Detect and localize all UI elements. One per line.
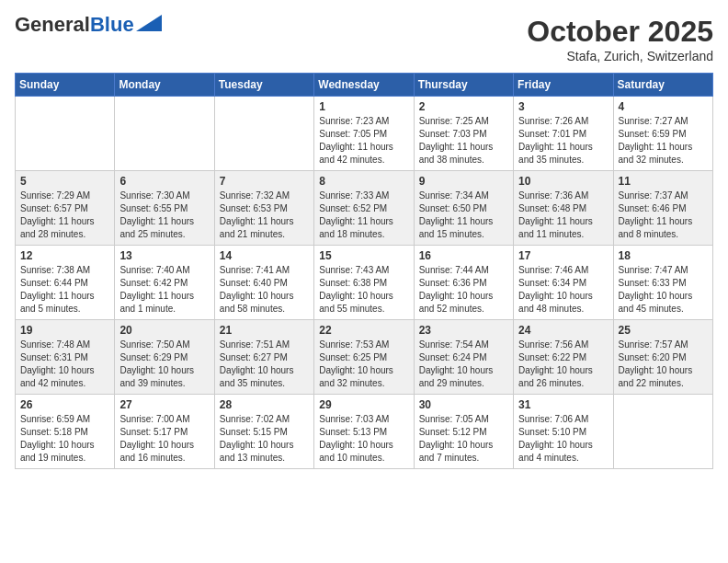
weekday-header-thursday: Thursday xyxy=(414,74,513,97)
day-number: 4 xyxy=(619,100,708,113)
day-info: Sunrise: 7:32 AM Sunset: 6:53 PM Dayligh… xyxy=(220,190,309,241)
day-info: Sunrise: 7:25 AM Sunset: 7:03 PM Dayligh… xyxy=(419,115,508,167)
calendar-cell xyxy=(16,97,115,171)
day-info: Sunrise: 7:37 AM Sunset: 6:46 PM Dayligh… xyxy=(619,190,708,241)
day-info: Sunrise: 7:06 AM Sunset: 5:10 PM Dayligh… xyxy=(518,413,608,465)
calendar-cell: 19Sunrise: 7:48 AM Sunset: 6:31 PM Dayli… xyxy=(16,320,115,395)
day-number: 22 xyxy=(319,324,408,337)
calendar-cell: 12Sunrise: 7:38 AM Sunset: 6:44 PM Dayli… xyxy=(16,246,115,320)
day-number: 18 xyxy=(619,249,708,262)
day-info: Sunrise: 7:47 AM Sunset: 6:33 PM Dayligh… xyxy=(619,264,708,316)
day-number: 10 xyxy=(518,175,608,188)
day-info: Sunrise: 7:41 AM Sunset: 6:40 PM Dayligh… xyxy=(220,264,309,316)
weekday-header-monday: Monday xyxy=(115,74,214,97)
day-number: 27 xyxy=(119,398,209,411)
weekday-header-sunday: Sunday xyxy=(16,74,115,97)
day-number: 6 xyxy=(119,175,209,188)
day-number: 7 xyxy=(220,175,309,188)
logo-icon xyxy=(136,15,162,31)
calendar-cell: 14Sunrise: 7:41 AM Sunset: 6:40 PM Dayli… xyxy=(214,246,313,320)
day-number: 29 xyxy=(319,398,408,411)
day-number: 5 xyxy=(20,175,109,188)
day-info: Sunrise: 7:44 AM Sunset: 6:36 PM Dayligh… xyxy=(419,264,508,316)
day-info: Sunrise: 7:33 AM Sunset: 6:52 PM Dayligh… xyxy=(319,190,408,241)
calendar-cell: 20Sunrise: 7:50 AM Sunset: 6:29 PM Dayli… xyxy=(115,320,214,395)
calendar-cell: 7Sunrise: 7:32 AM Sunset: 6:53 PM Daylig… xyxy=(214,171,313,246)
calendar-cell: 1Sunrise: 7:23 AM Sunset: 7:05 PM Daylig… xyxy=(314,97,414,171)
day-number: 20 xyxy=(119,324,209,337)
calendar-cell xyxy=(613,395,712,469)
day-info: Sunrise: 7:53 AM Sunset: 6:25 PM Dayligh… xyxy=(319,339,408,390)
calendar-cell: 30Sunrise: 7:05 AM Sunset: 5:12 PM Dayli… xyxy=(414,395,513,469)
day-info: Sunrise: 7:34 AM Sunset: 6:50 PM Dayligh… xyxy=(419,190,508,241)
svg-marker-0 xyxy=(136,15,162,31)
calendar-cell: 3Sunrise: 7:26 AM Sunset: 7:01 PM Daylig… xyxy=(514,97,613,171)
day-info: Sunrise: 7:57 AM Sunset: 6:20 PM Dayligh… xyxy=(619,339,708,390)
day-number: 8 xyxy=(319,175,408,188)
calendar-cell: 9Sunrise: 7:34 AM Sunset: 6:50 PM Daylig… xyxy=(414,171,513,246)
day-number: 21 xyxy=(220,324,309,337)
day-number: 24 xyxy=(518,324,608,337)
day-number: 26 xyxy=(20,398,109,411)
calendar-cell: 27Sunrise: 7:00 AM Sunset: 5:17 PM Dayli… xyxy=(115,395,214,469)
day-number: 13 xyxy=(119,249,209,262)
calendar-week-row: 19Sunrise: 7:48 AM Sunset: 6:31 PM Dayli… xyxy=(16,320,713,395)
day-number: 12 xyxy=(20,249,109,262)
day-number: 23 xyxy=(419,324,508,337)
calendar-cell: 31Sunrise: 7:06 AM Sunset: 5:10 PM Dayli… xyxy=(514,395,613,469)
calendar-cell: 8Sunrise: 7:33 AM Sunset: 6:52 PM Daylig… xyxy=(314,171,414,246)
calendar-week-row: 26Sunrise: 6:59 AM Sunset: 5:18 PM Dayli… xyxy=(16,395,713,469)
day-number: 9 xyxy=(419,175,508,188)
day-number: 1 xyxy=(319,100,408,113)
month-title: October 2025 xyxy=(527,15,713,49)
day-info: Sunrise: 7:48 AM Sunset: 6:31 PM Dayligh… xyxy=(20,339,109,390)
calendar-table: SundayMondayTuesdayWednesdayThursdayFrid… xyxy=(15,73,713,469)
logo: GeneralBlue xyxy=(15,15,162,35)
calendar-cell: 2Sunrise: 7:25 AM Sunset: 7:03 PM Daylig… xyxy=(414,97,513,171)
day-number: 19 xyxy=(20,324,109,337)
calendar-cell xyxy=(115,97,214,171)
calendar-week-row: 1Sunrise: 7:23 AM Sunset: 7:05 PM Daylig… xyxy=(16,97,713,171)
day-number: 2 xyxy=(419,100,508,113)
day-info: Sunrise: 7:26 AM Sunset: 7:01 PM Dayligh… xyxy=(518,115,608,167)
calendar-cell: 10Sunrise: 7:36 AM Sunset: 6:48 PM Dayli… xyxy=(514,171,613,246)
day-info: Sunrise: 7:30 AM Sunset: 6:55 PM Dayligh… xyxy=(119,190,209,241)
day-info: Sunrise: 7:27 AM Sunset: 6:59 PM Dayligh… xyxy=(619,115,708,167)
calendar-cell: 29Sunrise: 7:03 AM Sunset: 5:13 PM Dayli… xyxy=(314,395,414,469)
calendar-cell: 23Sunrise: 7:54 AM Sunset: 6:24 PM Dayli… xyxy=(414,320,513,395)
calendar-cell: 21Sunrise: 7:51 AM Sunset: 6:27 PM Dayli… xyxy=(214,320,313,395)
day-info: Sunrise: 7:05 AM Sunset: 5:12 PM Dayligh… xyxy=(419,413,508,465)
day-info: Sunrise: 7:51 AM Sunset: 6:27 PM Dayligh… xyxy=(220,339,309,390)
day-info: Sunrise: 7:00 AM Sunset: 5:17 PM Dayligh… xyxy=(119,413,209,465)
day-info: Sunrise: 7:46 AM Sunset: 6:34 PM Dayligh… xyxy=(518,264,608,316)
weekday-header-friday: Friday xyxy=(514,74,613,97)
day-number: 3 xyxy=(518,100,608,113)
title-block: October 2025 Stafa, Zurich, Switzerland xyxy=(527,15,713,63)
day-info: Sunrise: 7:56 AM Sunset: 6:22 PM Dayligh… xyxy=(518,339,608,390)
day-number: 31 xyxy=(518,398,608,411)
calendar-cell: 11Sunrise: 7:37 AM Sunset: 6:46 PM Dayli… xyxy=(613,171,712,246)
calendar-header-row: SundayMondayTuesdayWednesdayThursdayFrid… xyxy=(16,74,713,97)
calendar-cell: 15Sunrise: 7:43 AM Sunset: 6:38 PM Dayli… xyxy=(314,246,414,320)
day-info: Sunrise: 7:40 AM Sunset: 6:42 PM Dayligh… xyxy=(119,264,209,316)
calendar-week-row: 5Sunrise: 7:29 AM Sunset: 6:57 PM Daylig… xyxy=(16,171,713,246)
calendar-cell: 4Sunrise: 7:27 AM Sunset: 6:59 PM Daylig… xyxy=(613,97,712,171)
day-info: Sunrise: 7:23 AM Sunset: 7:05 PM Dayligh… xyxy=(319,115,408,167)
day-info: Sunrise: 7:02 AM Sunset: 5:15 PM Dayligh… xyxy=(220,413,309,465)
calendar-cell: 22Sunrise: 7:53 AM Sunset: 6:25 PM Dayli… xyxy=(314,320,414,395)
calendar-cell: 13Sunrise: 7:40 AM Sunset: 6:42 PM Dayli… xyxy=(115,246,214,320)
weekday-header-saturday: Saturday xyxy=(613,74,712,97)
calendar-cell: 24Sunrise: 7:56 AM Sunset: 6:22 PM Dayli… xyxy=(514,320,613,395)
day-info: Sunrise: 7:03 AM Sunset: 5:13 PM Dayligh… xyxy=(319,413,408,465)
calendar-cell: 16Sunrise: 7:44 AM Sunset: 6:36 PM Dayli… xyxy=(414,246,513,320)
page-header: GeneralBlue October 2025 Stafa, Zurich, … xyxy=(15,15,713,63)
day-number: 15 xyxy=(319,249,408,262)
calendar-cell: 26Sunrise: 6:59 AM Sunset: 5:18 PM Dayli… xyxy=(16,395,115,469)
day-info: Sunrise: 7:38 AM Sunset: 6:44 PM Dayligh… xyxy=(20,264,109,316)
calendar-cell: 6Sunrise: 7:30 AM Sunset: 6:55 PM Daylig… xyxy=(115,171,214,246)
day-info: Sunrise: 7:54 AM Sunset: 6:24 PM Dayligh… xyxy=(419,339,508,390)
day-info: Sunrise: 7:29 AM Sunset: 6:57 PM Dayligh… xyxy=(20,190,109,241)
weekday-header-wednesday: Wednesday xyxy=(314,74,414,97)
day-info: Sunrise: 7:50 AM Sunset: 6:29 PM Dayligh… xyxy=(119,339,209,390)
calendar-cell xyxy=(214,97,313,171)
